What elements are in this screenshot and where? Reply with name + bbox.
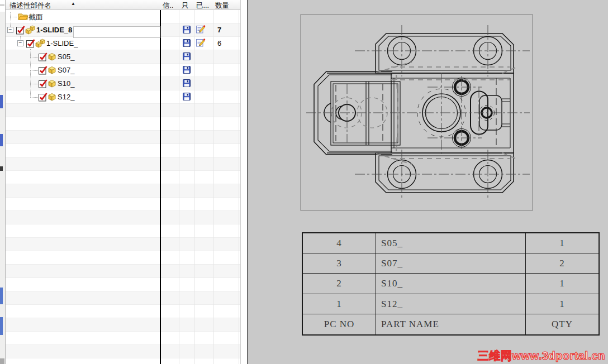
column-header-quantity[interactable]: 数量 — [215, 1, 229, 11]
assembly-cubes-icon — [25, 25, 35, 37]
cube-icon — [48, 66, 56, 76]
sort-ascending-icon[interactable]: ▲ — [71, 1, 75, 6]
row-label-overlay-box — [73, 26, 160, 38]
left-toolbar-fragment — [0, 134, 3, 146]
bom-header-qty: QTY — [526, 314, 598, 334]
watermark-text: 三维网www.3dportal.cn — [478, 348, 605, 363]
bom-qty: 1 — [526, 233, 598, 253]
left-toolbar-fragment — [0, 95, 3, 108]
left-toolbar-fragment — [0, 288, 3, 304]
bom-header-part-name: PART NAME — [376, 314, 526, 334]
checkbox-checked-icon[interactable] — [39, 65, 48, 77]
tree-item-label: 截面 — [28, 12, 43, 22]
bom-pc-no: 4 — [303, 233, 376, 253]
quantity-value: 7 — [217, 26, 221, 34]
cube-icon — [48, 52, 56, 63]
tree-row-section[interactable]: 截面 — [6, 10, 241, 23]
tree-row-part[interactable]: S12_ — [6, 90, 241, 104]
bom-pc-no: 3 — [303, 253, 376, 274]
tree-item-label: S10_ — [58, 79, 74, 88]
checkbox-checked-icon[interactable] — [39, 79, 48, 90]
drawing-viewport[interactable]: 4 S05_ 1 3 S07_ 2 2 S10_ 1 1 S12_ 1 PC N… — [247, 0, 608, 364]
save-disk-icon — [183, 39, 191, 49]
tree-row-part[interactable]: S05_ — [6, 50, 241, 64]
checkbox-checked-icon[interactable] — [26, 39, 36, 50]
column-header-readonly[interactable]: 只 — [182, 1, 189, 11]
tree-row-assembly-sub[interactable]: − 1-SLIDE_ — [6, 37, 241, 50]
tree-item-label: S12_ — [58, 93, 74, 101]
navigator-column-header[interactable]: 描述性部件名 ▲ 信.. 只 已... 数量 — [6, 0, 240, 10]
bom-part-name: S10_ — [376, 274, 526, 294]
left-toolbar-strip-bg — [0, 12, 5, 364]
bom-pc-no: 1 — [303, 294, 376, 314]
assembly-cubes-icon — [35, 39, 45, 50]
left-toolbar-fragment — [0, 4, 4, 6]
tree-item-label: 1-SLIDE_ — [46, 39, 78, 47]
bom-qty: 1 — [526, 294, 598, 314]
save-disk-icon — [183, 93, 191, 103]
bom-header-pc-no: PC NO — [303, 314, 376, 334]
save-disk-icon — [183, 26, 191, 36]
left-toolbar-fragment — [0, 317, 3, 335]
quantity-value: 6 — [217, 39, 221, 47]
left-toolbar-strip — [0, 0, 6, 364]
edit-pencil-icon — [196, 25, 206, 36]
bom-part-name: S05_ — [376, 233, 526, 253]
tree-row-part[interactable]: S07_ — [6, 64, 241, 77]
left-toolbar-fragment — [0, 166, 3, 171]
bom-pc-no: 2 — [303, 274, 376, 294]
checkbox-checked-icon[interactable] — [39, 92, 48, 104]
tree-row-part[interactable]: S10_ — [6, 77, 241, 90]
tree-item-label: S07_ — [58, 66, 74, 74]
save-disk-icon — [183, 79, 191, 89]
cube-icon — [48, 93, 56, 103]
checkbox-checked-icon[interactable] — [16, 25, 26, 37]
assembly-navigator-panel: 描述性部件名 ▲ 信.. 只 已... 数量 截面 − — [6, 0, 241, 364]
left-toolbar-fragment — [0, 358, 4, 364]
collapse-expander-icon[interactable]: − — [17, 40, 23, 46]
bom-part-name: S12_ — [376, 294, 526, 314]
bom-qty: 1 — [526, 274, 598, 294]
collapse-expander-icon[interactable]: − — [7, 27, 13, 33]
column-header-info[interactable]: 信.. — [163, 1, 173, 11]
save-disk-icon — [183, 66, 191, 76]
parts-list-table: 4 S05_ 1 3 S07_ 2 2 S10_ 1 1 S12_ 1 PC N… — [302, 232, 600, 336]
edit-pencil-icon — [196, 39, 206, 50]
checkbox-checked-icon[interactable] — [39, 52, 48, 64]
tree-item-label: S05_ — [58, 52, 74, 61]
bom-qty: 2 — [526, 253, 598, 274]
bom-part-name: S07_ — [376, 253, 526, 274]
folder-icon — [18, 12, 28, 23]
column-header-modified[interactable]: 已... — [196, 1, 209, 11]
cube-icon — [48, 79, 56, 90]
tree-item-label: 1-SLIDE_8 — [36, 26, 72, 34]
save-disk-icon — [183, 52, 191, 63]
column-header-part-name[interactable]: 描述性部件名 — [10, 1, 51, 11]
